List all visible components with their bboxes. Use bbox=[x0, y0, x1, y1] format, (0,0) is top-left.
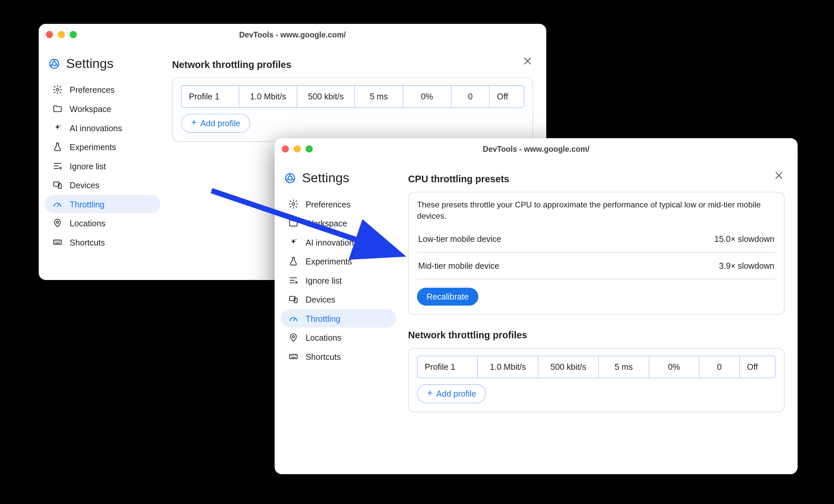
settings-sidebar: Settings Preferences Workspace AI innova… bbox=[275, 160, 400, 474]
profile-loss-cell[interactable]: 0% bbox=[403, 86, 451, 107]
sidebar-item-shortcuts[interactable]: Shortcuts bbox=[45, 233, 160, 251]
sidebar-item-preferences[interactable]: Preferences bbox=[281, 195, 396, 213]
window-title: DevTools - www.google.com/ bbox=[275, 145, 797, 153]
sidebar-item-ai[interactable]: AI innovations bbox=[281, 233, 396, 251]
titlebar: DevTools - www.google.com/ bbox=[275, 138, 797, 160]
sidebar-item-label: Ignore list bbox=[306, 276, 342, 285]
sidebar-item-label: Locations bbox=[70, 218, 105, 228]
sidebar-item-ignore[interactable]: Ignore list bbox=[281, 271, 396, 290]
sidebar-item-label: Workspace bbox=[70, 104, 111, 114]
network-profiles-card: Profile 1 1.0 Mbit/s 500 kbit/s 5 ms 0% … bbox=[408, 348, 784, 412]
cpu-preset-row: Mid-tier mobile device 3.9× slowdown bbox=[417, 253, 775, 279]
folder-icon bbox=[288, 218, 298, 228]
sidebar-item-label: Shortcuts bbox=[306, 352, 341, 361]
sidebar-item-locations[interactable]: Locations bbox=[45, 214, 160, 232]
plus-icon: + bbox=[191, 118, 197, 128]
network-throttling-heading: Network throttling profiles bbox=[172, 60, 533, 70]
profile-name-cell[interactable]: Profile 1 bbox=[417, 356, 478, 378]
profile-state-cell[interactable]: Off bbox=[490, 86, 524, 107]
close-window-button[interactable] bbox=[282, 146, 289, 153]
chrome-icon bbox=[48, 58, 60, 70]
pin-icon bbox=[288, 332, 298, 343]
preset-value: 3.9× slowdown bbox=[719, 261, 774, 270]
sidebar-item-throttling[interactable]: Throttling bbox=[281, 309, 396, 328]
add-profile-label: Add profile bbox=[200, 118, 240, 128]
svg-point-5 bbox=[59, 125, 60, 126]
sidebar-item-preferences[interactable]: Preferences bbox=[45, 81, 160, 99]
profile-state-cell[interactable]: Off bbox=[740, 356, 775, 378]
sidebar-item-workspace[interactable]: Workspace bbox=[45, 100, 160, 118]
minimize-window-button[interactable] bbox=[58, 31, 65, 38]
sidebar-item-ai[interactable]: AI innovations bbox=[45, 118, 160, 137]
chrome-icon bbox=[284, 172, 296, 184]
gauge-icon bbox=[288, 313, 298, 324]
sidebar-item-experiments[interactable]: Experiments bbox=[45, 137, 160, 156]
preset-value: 15.0× slowdown bbox=[715, 234, 774, 244]
profile-latency-cell[interactable]: 5 ms bbox=[599, 356, 649, 378]
sidebar-item-label: AI innovations bbox=[306, 237, 358, 247]
settings-title: Settings bbox=[302, 170, 349, 186]
gauge-icon bbox=[52, 199, 62, 209]
sidebar-item-label: Locations bbox=[306, 333, 341, 342]
sparkle-icon bbox=[288, 237, 298, 247]
add-profile-button[interactable]: + Add profile bbox=[417, 384, 486, 403]
cpu-throttling-heading: CPU throttling presets bbox=[408, 174, 784, 184]
sidebar-item-label: Throttling bbox=[70, 199, 104, 209]
minimize-window-button[interactable] bbox=[293, 146, 301, 153]
svg-point-28 bbox=[292, 203, 294, 205]
sidebar-item-label: Throttling bbox=[306, 314, 340, 323]
sidebar-item-label: Shortcuts bbox=[70, 237, 105, 247]
profile-latency-cell[interactable]: 5 ms bbox=[355, 86, 403, 107]
sidebar-item-throttling[interactable]: Throttling bbox=[45, 195, 160, 213]
network-profiles-card: Profile 1 1.0 Mbit/s 500 kbit/s 5 ms 0% … bbox=[172, 78, 533, 142]
traffic-lights bbox=[282, 146, 312, 153]
profile-loss-cell[interactable]: 0% bbox=[649, 356, 700, 378]
add-profile-label: Add profile bbox=[436, 389, 476, 399]
profile-queue-cell[interactable]: 0 bbox=[451, 86, 490, 107]
cpu-presets-card: These presets throttle your CPU to appro… bbox=[408, 192, 784, 314]
sidebar-item-locations[interactable]: Locations bbox=[281, 328, 396, 347]
sidebar-item-experiments[interactable]: Experiments bbox=[281, 252, 396, 270]
svg-point-14 bbox=[56, 221, 58, 223]
network-throttling-heading: Network throttling profiles bbox=[408, 330, 784, 341]
profile-table: Profile 1 1.0 Mbit/s 500 kbit/s 5 ms 0% … bbox=[417, 355, 775, 378]
settings-header: Settings bbox=[45, 54, 164, 80]
sidebar-item-label: Experiments bbox=[70, 142, 116, 152]
flask-icon bbox=[52, 142, 62, 152]
sidebar-item-devices[interactable]: Devices bbox=[281, 290, 396, 309]
sidebar-item-label: Preferences bbox=[306, 199, 351, 209]
profile-name-cell[interactable]: Profile 1 bbox=[181, 86, 239, 107]
sparkle-icon bbox=[52, 123, 62, 133]
add-profile-button[interactable]: + Add profile bbox=[181, 114, 250, 133]
sidebar-item-workspace[interactable]: Workspace bbox=[281, 214, 396, 232]
maximize-window-button[interactable] bbox=[70, 31, 77, 38]
devices-icon bbox=[288, 294, 298, 305]
svg-line-13 bbox=[57, 204, 59, 207]
maximize-window-button[interactable] bbox=[306, 146, 313, 153]
sidebar-item-label: Workspace bbox=[306, 218, 347, 228]
profile-download-cell[interactable]: 1.0 Mbit/s bbox=[240, 86, 297, 107]
svg-point-4 bbox=[56, 88, 59, 91]
recalibrate-button[interactable]: Recalibrate bbox=[417, 288, 478, 306]
sidebar-item-ignore[interactable]: Ignore list bbox=[45, 157, 160, 175]
keyboard-icon bbox=[52, 237, 62, 247]
sidebar-item-devices[interactable]: Devices bbox=[45, 176, 160, 194]
settings-header: Settings bbox=[281, 168, 400, 194]
gear-icon bbox=[52, 85, 62, 95]
keyboard-icon bbox=[288, 352, 298, 362]
sidebar-item-label: Experiments bbox=[306, 257, 352, 266]
flask-icon bbox=[288, 256, 298, 266]
plus-icon: + bbox=[427, 388, 433, 398]
profile-upload-cell[interactable]: 500 kbit/s bbox=[539, 356, 599, 378]
sidebar-item-label: Preferences bbox=[70, 85, 115, 94]
sidebar-item-label: Ignore list bbox=[70, 161, 106, 171]
titlebar: DevTools - www.google.com/ bbox=[39, 24, 546, 45]
svg-point-29 bbox=[295, 239, 296, 240]
profile-upload-cell[interactable]: 500 kbit/s bbox=[297, 86, 355, 107]
sidebar-item-shortcuts[interactable]: Shortcuts bbox=[281, 347, 396, 366]
profile-queue-cell[interactable]: 0 bbox=[700, 356, 740, 378]
pin-icon bbox=[52, 218, 62, 228]
recalibrate-label: Recalibrate bbox=[426, 292, 468, 302]
profile-download-cell[interactable]: 1.0 Mbit/s bbox=[478, 356, 539, 378]
close-window-button[interactable] bbox=[46, 31, 53, 38]
